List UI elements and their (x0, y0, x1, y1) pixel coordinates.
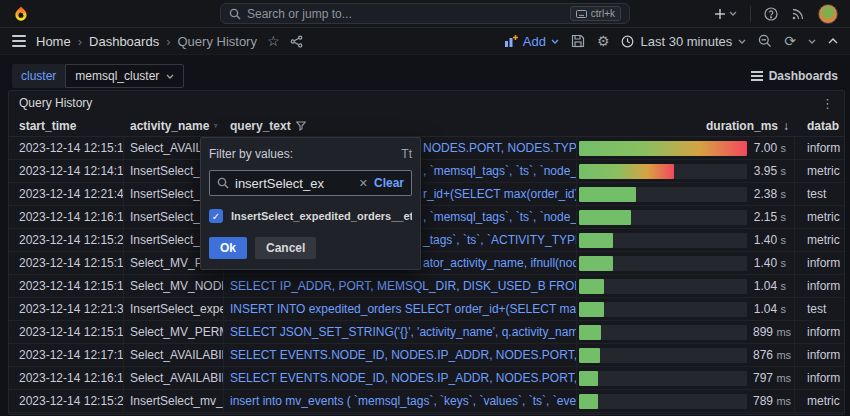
new-menu-button[interactable] (714, 8, 737, 20)
top-bar: Search or jump to... ctrl+k (0, 0, 850, 28)
clear-button[interactable]: Clear (374, 176, 404, 190)
cell-query-text[interactable]: SELECT EVENTS.NODE_ID, NODES.IP_ADDR, NO… (224, 344, 577, 366)
filter-search-value: insertSelect_ex (235, 176, 353, 191)
grafana-logo-icon[interactable] (12, 5, 30, 23)
duration-bar-track (579, 348, 747, 363)
cell-activity-name: Select_AVAILABILI... (124, 344, 224, 366)
cell-database: test (795, 183, 844, 205)
duration-bar-track (579, 371, 747, 386)
duration-bar-track (579, 256, 747, 271)
ok-button[interactable]: Ok (209, 237, 247, 259)
cell-query-text[interactable]: INSERT INTO expedited_orders SELECT orde… (224, 298, 577, 320)
duration-bar-track (579, 210, 747, 225)
cell-query-text[interactable]: SELECT IP_ADDR, PORT, MEMSQL_DIR, DISK_U… (224, 275, 577, 297)
duration-value: 1.40 s (753, 233, 786, 248)
zoom-out-icon[interactable] (758, 34, 772, 48)
col-query-text[interactable]: query_text (224, 119, 577, 133)
col-duration-ms[interactable]: duration_ms ↓ (577, 119, 795, 133)
cell-database: metric (795, 206, 844, 228)
col-start-time[interactable]: start_time (9, 119, 124, 133)
filter-by-values-popup: Filter by values: Tt insertSelect_ex ✕ C… (200, 137, 421, 270)
time-chevron-icon (738, 39, 746, 44)
filter-icon (214, 121, 218, 131)
refresh-interval-chevron-icon[interactable] (808, 39, 816, 44)
cancel-button[interactable]: Cancel (255, 237, 316, 259)
add-chevron-icon (551, 39, 559, 44)
duration-bar-fill (579, 302, 604, 317)
table-row: 2023-12-14 12:14:14 InsertSelect_q , `me… (9, 160, 844, 183)
cell-duration: 3.95 s (577, 160, 795, 182)
cell-start-time: 2023-12-14 12:15:22 (9, 390, 124, 412)
duration-bar-fill (579, 233, 613, 248)
cell-activity-name: InsertSelect_mv_e... (124, 390, 224, 412)
collapse-caret-icon[interactable] (828, 38, 838, 44)
breadcrumb-current: Query History (159, 34, 257, 49)
sort-desc-icon: ↓ (783, 119, 789, 133)
breadcrumb-dashboards[interactable]: Dashboards (71, 34, 159, 49)
duration-value: 2.38 s (753, 187, 786, 202)
breadcrumb-home[interactable]: Home (36, 34, 71, 49)
cell-query-text[interactable]: SELECT EVENTS.NODE_ID, NODES.IP_ADDR, NO… (224, 367, 577, 389)
share-icon[interactable] (290, 35, 303, 48)
cell-query-text[interactable]: SELECT JSON_SET_STRING('{}', 'activity_n… (224, 321, 577, 343)
duration-bar-track (579, 233, 747, 248)
time-range-label: Last 30 minutes (640, 34, 732, 49)
cell-start-time: 2023-12-14 12:21:32 (9, 298, 124, 320)
query-history-panel: Query History ⋮ start_time activity_name… (8, 90, 845, 415)
filter-search-input[interactable]: insertSelect_ex ✕ Clear (209, 170, 412, 196)
table-row: 2023-12-14 12:15:21 InsertSelect_ac _tag… (9, 229, 844, 252)
cell-duration: 2.38 s (577, 183, 795, 205)
star-icon[interactable]: ☆ (267, 34, 280, 48)
duration-value: 1.04 s (753, 279, 786, 294)
table-row: 2023-12-14 12:21:42 InsertSelect_ex r_id… (9, 183, 844, 206)
search-icon (217, 177, 229, 189)
cell-start-time: 2023-12-14 12:15:15 (9, 252, 124, 274)
col-activity-name[interactable]: activity_name (124, 119, 224, 133)
clear-x-icon[interactable]: ✕ (359, 177, 368, 190)
cluster-chevron-icon (166, 74, 174, 79)
table-row: 2023-12-14 12:15:17 Select_MV_PERMI... S… (9, 321, 844, 344)
cluster-variable[interactable]: cluster memsql_cluster (12, 64, 184, 88)
duration-value: 789 ms (753, 394, 791, 409)
cluster-variable-value[interactable]: memsql_cluster (65, 64, 184, 88)
cell-duration: 1.04 s (577, 275, 795, 297)
cell-database: inform (795, 344, 844, 366)
user-avatar[interactable] (818, 4, 838, 24)
col-database[interactable]: datab (795, 119, 844, 133)
table-row: 2023-12-14 12:17:14 Select_AVAILABILI...… (9, 344, 844, 367)
save-dashboard-icon[interactable] (571, 34, 585, 48)
cluster-variable-label: cluster (12, 64, 65, 88)
cell-start-time: 2023-12-14 12:15:17 (9, 275, 124, 297)
mega-menu-icon[interactable] (12, 35, 26, 47)
cell-database: metric (795, 229, 844, 251)
global-search-input[interactable]: Search or jump to... ctrl+k (220, 3, 630, 24)
settings-gear-icon[interactable]: ⚙ (597, 34, 610, 48)
list-icon (751, 71, 763, 81)
cell-query-text[interactable]: insert into mv_events ( `memsql_tags`, `… (224, 390, 577, 412)
match-case-toggle[interactable]: Tt (401, 147, 412, 161)
cell-duration: 1.40 s (577, 252, 795, 274)
cell-activity-name: Select_MV_PERMI... (124, 321, 224, 343)
cell-duration: 2.15 s (577, 206, 795, 228)
panel-header[interactable]: Query History ⋮ (9, 91, 844, 115)
duration-bar-track (579, 141, 747, 156)
duration-value: 899 ms (753, 325, 791, 340)
duration-value: 1.04 s (753, 302, 786, 317)
duration-bar-fill (579, 210, 631, 225)
panel-menu-icon[interactable]: ⋮ (821, 96, 834, 111)
cell-activity-name: Select_MV_NODE... (124, 275, 224, 297)
add-panel-button[interactable]: Add (504, 34, 559, 49)
table-header: start_time activity_name query_text dura… (9, 115, 844, 137)
help-icon[interactable] (764, 7, 778, 21)
table-row: 2023-12-14 12:16:17 InsertSelect_q , `me… (9, 206, 844, 229)
cell-start-time: 2023-12-14 12:16:17 (9, 206, 124, 228)
news-icon[interactable] (791, 7, 805, 21)
refresh-icon[interactable]: ⟳ (784, 34, 796, 48)
time-range-picker[interactable]: Last 30 minutes (621, 34, 746, 49)
duration-value: 797 ms (753, 371, 791, 386)
dashboards-link-button[interactable]: Dashboards (751, 69, 838, 83)
duration-value: 7.00 s (753, 141, 786, 156)
option-checkbox[interactable]: ✓ (209, 209, 223, 223)
filter-option-row[interactable]: ✓ InsertSelect_expedited_orders__et_al_4… (209, 209, 412, 223)
duration-bar-track (579, 394, 747, 409)
